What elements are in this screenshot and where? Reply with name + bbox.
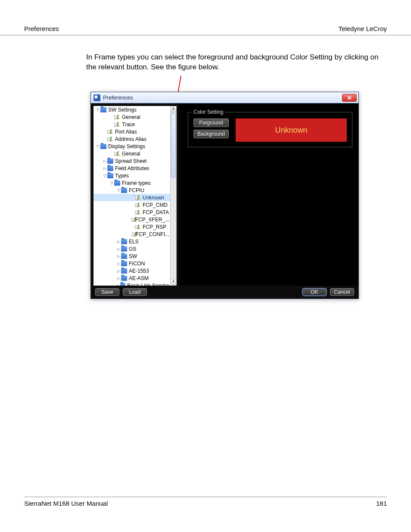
chevron-down-icon: ▽ <box>116 188 121 193</box>
chevron-down-icon: ▽ <box>102 174 107 178</box>
folder-icon <box>121 254 127 259</box>
chevron-right-icon: ▷ <box>116 276 121 280</box>
color-setting-panel: Color Setting Forground Background Unkno… <box>179 103 358 286</box>
tree-item-port-alias[interactable]: Port Alias <box>93 128 170 135</box>
chevron-down-icon: ▽ <box>95 144 100 149</box>
folder-icon <box>100 107 106 112</box>
page-header: Preferences Teledyne LeCroy <box>0 0 411 35</box>
tree-panel: ▽SW Settings General Trace Port Alias Ad… <box>91 103 179 286</box>
chevron-right-icon: ▷ <box>102 166 107 171</box>
leaf-icon <box>107 137 113 141</box>
chevron-right-icon: ▷ <box>116 247 121 251</box>
folder-icon <box>107 166 113 171</box>
leaf-icon <box>114 122 120 127</box>
save-button[interactable]: Save <box>95 288 119 296</box>
chevron-down-icon: ▽ <box>109 181 114 185</box>
leaf-icon <box>114 151 120 156</box>
close-button[interactable] <box>342 94 357 102</box>
foreground-button[interactable]: Forground <box>193 118 229 127</box>
chevron-right-icon: ▷ <box>116 240 121 244</box>
fieldset-legend: Color Setting <box>192 109 225 115</box>
dialog-button-bar: Save Load OK Cancel <box>91 286 358 299</box>
swatch-label: Unknown <box>275 126 308 135</box>
scroll-thumb[interactable] <box>171 113 176 178</box>
leaf-icon <box>135 210 141 215</box>
tree-item-gs[interactable]: ▷GS <box>93 245 170 252</box>
tree-item-fcp-data[interactable]: FCP_DATA <box>93 208 170 216</box>
tree-item-aeasm[interactable]: ▷AE-ASM <box>93 274 170 282</box>
leaf-icon <box>107 129 113 134</box>
folder-icon <box>121 276 127 281</box>
dialog-title: Preferences <box>103 94 342 101</box>
leaf-icon <box>135 195 141 200</box>
color-swatch: Unknown <box>236 118 347 142</box>
tree-item-sw-settings[interactable]: ▽SW Settings <box>93 106 170 113</box>
cancel-button[interactable]: Cancel <box>330 288 354 296</box>
app-icon <box>93 94 100 101</box>
tree-item-ds-general[interactable]: General <box>93 150 170 157</box>
header-left: Preferences <box>24 25 59 32</box>
folder-icon <box>100 144 106 149</box>
leaf-icon <box>132 232 134 236</box>
tree-item-sw[interactable]: ▷SW <box>93 252 170 260</box>
chevron-right-icon: ▷ <box>116 283 120 286</box>
tree-item-frame-types[interactable]: ▽Frame types <box>93 179 170 187</box>
folder-icon <box>107 159 113 164</box>
tree-item-types[interactable]: ▽Types <box>93 172 170 179</box>
tree-item-general[interactable]: General <box>93 113 170 121</box>
folder-icon <box>121 261 127 266</box>
chevron-right-icon: ▷ <box>102 159 107 163</box>
background-button[interactable]: Background <box>193 130 229 138</box>
tree-item-fcp-xfer[interactable]: FCP_XFER_... <box>93 216 170 223</box>
tree-item-els[interactable]: ▷ELS <box>93 238 170 245</box>
settings-tree[interactable]: ▽SW Settings General Trace Port Alias Ad… <box>93 106 170 286</box>
color-setting-fieldset: Color Setting Forground Background Unkno… <box>188 112 352 147</box>
chevron-right-icon: ▷ <box>116 254 121 258</box>
titlebar[interactable]: Preferences <box>91 92 358 103</box>
ok-button[interactable]: OK <box>302 288 327 296</box>
folder-icon <box>114 180 120 186</box>
tree-item-fcpiu[interactable]: ▽FCPIU <box>93 187 170 194</box>
tree-scrollbar[interactable]: ▲ ▼ <box>170 106 177 286</box>
tree-item-fcp-rsp[interactable]: FCP_RSP <box>93 223 170 230</box>
folder-icon <box>107 173 113 178</box>
leaf-icon <box>131 217 134 222</box>
tree-item-trace[interactable]: Trace <box>93 121 170 128</box>
chevron-right-icon: ▷ <box>116 261 121 266</box>
tree-item-ficon[interactable]: ▷FICON <box>93 260 170 267</box>
tree-item-field-attributes[interactable]: ▷Field Attributes <box>93 165 170 172</box>
tree-item-fcp-cmd[interactable]: FCP_CMD <box>93 201 170 208</box>
folder-icon <box>121 246 127 252</box>
tree-item-ae1553[interactable]: ▷AE-1553 <box>93 267 170 274</box>
preferences-dialog: Preferences ▽SW Settings General Trace P… <box>90 92 359 299</box>
footer-left: SierraNet M168 User Manual <box>24 500 108 507</box>
scroll-down-button[interactable]: ▼ <box>171 279 176 285</box>
leaf-icon <box>135 224 141 229</box>
chevron-right-icon: ▷ <box>116 269 121 273</box>
leaf-icon <box>114 115 120 119</box>
close-icon <box>347 96 352 100</box>
scroll-up-button[interactable]: ▲ <box>171 106 176 112</box>
chevron-down-icon: ▽ <box>95 108 100 112</box>
tree-item-address-alias[interactable]: Address Alias <box>93 135 170 143</box>
tree-item-spread-sheet[interactable]: ▷Spread Sheet <box>93 157 170 165</box>
tree-item-fcp-confi[interactable]: FCP_CONFI... <box>93 230 170 238</box>
folder-icon <box>121 188 127 193</box>
tree-item-bls[interactable]: ▷Basic Link Service <box>93 282 170 286</box>
tree-item-display-settings[interactable]: ▽Display Settings <box>93 143 170 150</box>
tree-item-unknown[interactable]: Unknown <box>93 194 170 201</box>
page-footer: SierraNet M168 User Manual 181 <box>24 497 387 507</box>
body-paragraph: In Frame types you can select the foregr… <box>86 53 387 72</box>
header-right: Teledyne LeCroy <box>338 25 387 32</box>
folder-icon <box>121 268 127 274</box>
load-button[interactable]: Load <box>123 288 147 296</box>
folder-icon <box>120 283 125 286</box>
leaf-icon <box>135 202 141 207</box>
folder-icon <box>121 239 127 244</box>
footer-page-number: 181 <box>376 500 387 507</box>
